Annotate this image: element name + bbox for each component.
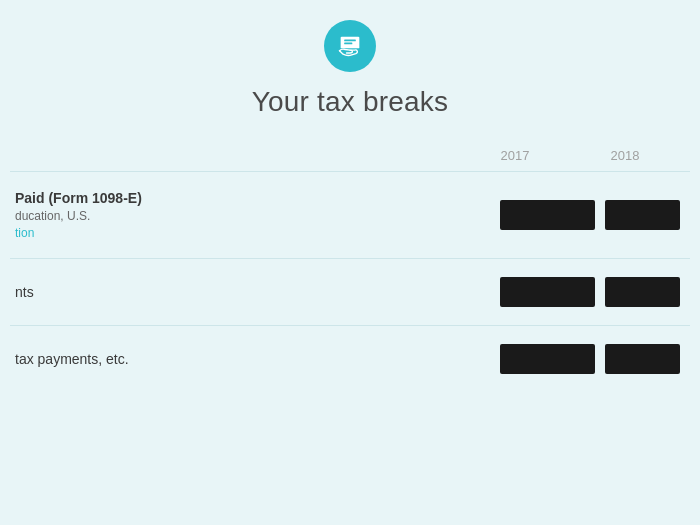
row-3-label: tax payments, etc. [10, 351, 500, 367]
row-1-value-2017 [500, 200, 595, 230]
svg-rect-1 [344, 40, 356, 42]
tax-break-icon [336, 32, 364, 60]
row-3-primary: tax payments, etc. [15, 351, 500, 367]
content-area: 2017 2018 Paid (Form 1098-E) ducation, U… [0, 148, 700, 392]
row-2-value-2018 [605, 277, 680, 307]
table-row: Paid (Form 1098-E) ducation, U.S. tion [10, 171, 690, 258]
row-1-label: Paid (Form 1098-E) ducation, U.S. tion [10, 190, 500, 240]
row-2-primary: nts [15, 284, 500, 300]
svg-rect-2 [344, 43, 352, 45]
row-3-values [500, 344, 680, 374]
year-2017-header: 2017 [460, 148, 570, 163]
row-1-secondary: ducation, U.S. [15, 208, 500, 225]
row-2-value-2017 [500, 277, 595, 307]
column-headers: 2017 2018 [10, 148, 690, 163]
page-container: Your tax breaks 2017 2018 Paid (Form 109… [0, 0, 700, 525]
row-1-values [500, 200, 680, 230]
table-row: tax payments, etc. [10, 325, 690, 392]
year-2018-header: 2018 [570, 148, 680, 163]
row-1-link[interactable]: tion [15, 226, 500, 240]
header-icon-circle [324, 20, 376, 72]
page-title: Your tax breaks [252, 86, 449, 118]
row-1-primary: Paid (Form 1098-E) [15, 190, 500, 206]
row-2-label: nts [10, 284, 500, 300]
row-2-values [500, 277, 680, 307]
row-3-value-2017 [500, 344, 595, 374]
page-header: Your tax breaks [0, 0, 700, 128]
row-1-value-2018 [605, 200, 680, 230]
table-row: nts [10, 258, 690, 325]
row-3-value-2018 [605, 344, 680, 374]
